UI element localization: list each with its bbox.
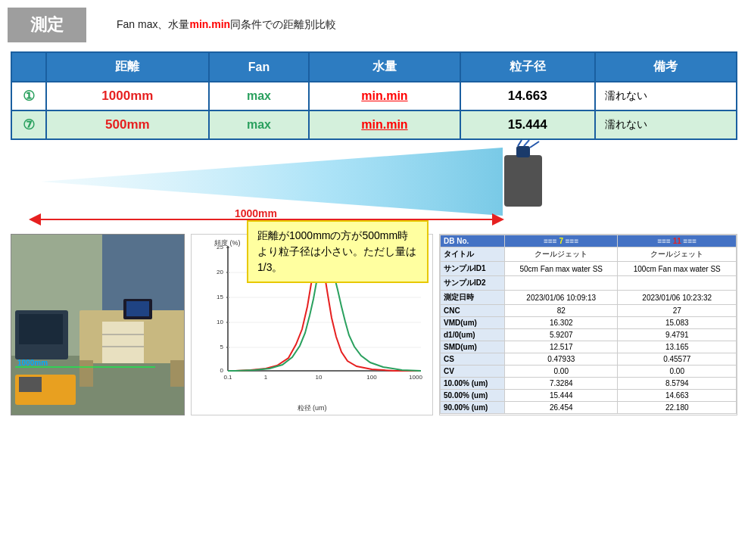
svg-rect-15: [19, 314, 63, 344]
svg-text:0: 0: [220, 367, 224, 374]
stats-label: サンプルID1: [441, 262, 505, 276]
svg-rect-24: [19, 377, 42, 392]
stats-data-row: CS 0.47933 0.45577: [441, 353, 737, 366]
stats-label: 90.00% (um): [441, 402, 505, 414]
stats-label: SMD(um): [441, 341, 505, 353]
stats-data-row: 10.00% (um) 7.3284 8.5794: [441, 378, 737, 390]
stats-box: DB No. ≡≡≡ 7 ≡≡≡ ≡≡≡ 11 ≡≡≡ タイトル クールジェット…: [439, 234, 737, 415]
row-fan: max: [209, 82, 309, 110]
stats-col-label: DB No.: [441, 235, 505, 247]
stats-data-row: サンプルID1 50cm Fan max water SS 100cm Fan …: [441, 262, 737, 276]
row-water: min.min: [309, 82, 460, 110]
svg-text:100: 100: [366, 374, 377, 381]
stats-v7: [504, 276, 617, 291]
main-table: 距離 Fan 水量 粒子径 備考 ① 1000mm max min.min 14…: [11, 51, 737, 140]
stats-v7: 26.454: [504, 402, 617, 414]
col-particle: 粒子径: [460, 52, 595, 82]
stats-col7-header: ≡≡≡ 7 ≡≡≡: [504, 235, 617, 247]
col-fan: Fan: [209, 52, 309, 82]
stats-label: 50.00% (um): [441, 390, 505, 402]
svg-line-5: [530, 142, 539, 148]
title-box: 測定: [8, 8, 86, 42]
svg-text:25: 25: [217, 246, 223, 250]
stats-v11: 14.663: [618, 390, 737, 402]
svg-text:10: 10: [316, 374, 323, 381]
svg-rect-20: [126, 301, 149, 316]
stats-v7: 12.517: [504, 341, 617, 353]
svg-text:1000mm: 1000mm: [17, 359, 48, 367]
stats-v7: 15.444: [504, 390, 617, 402]
row-remarks: 濡れない: [595, 110, 737, 139]
svg-text:5: 5: [220, 344, 224, 350]
stats-v11: 15.083: [618, 317, 737, 329]
col-remarks: 備考: [595, 52, 737, 82]
stats-label: サンプルID2: [441, 276, 505, 291]
stats-header-row: DB No. ≡≡≡ 7 ≡≡≡ ≡≡≡ 11 ≡≡≡: [441, 235, 737, 247]
comment-text: 距離が1000mmの方が500mm時より粒子径は小さい。ただし量は1/3。: [257, 229, 416, 273]
chart-x-label: 粒径 (um): [298, 403, 327, 413]
stats-data-row: SMD(um) 12.517 13.165: [441, 341, 737, 353]
stats-v11: 27: [618, 305, 737, 317]
svg-text:20: 20: [217, 269, 223, 275]
stats-table: DB No. ≡≡≡ 7 ≡≡≡ ≡≡≡ 11 ≡≡≡ タイトル クールジェット…: [440, 235, 737, 414]
photo-box: 1000mm: [11, 234, 185, 415]
stats-v7: 0.47933: [504, 353, 617, 366]
stats-label: 測定日時: [441, 291, 505, 305]
stats-data-row: CV 0.00 0.00: [441, 366, 737, 378]
svg-line-4: [524, 140, 529, 146]
svg-rect-1: [504, 155, 542, 207]
row-num: ⑦: [11, 110, 46, 139]
svg-rect-13: [170, 360, 184, 387]
stats-v7: 82: [504, 305, 617, 317]
stats-v7: 0.00: [504, 366, 617, 378]
stats-v7: 16.302: [504, 317, 617, 329]
beam-diagram: 1000mm: [11, 140, 748, 231]
stats-data-row: サンプルID2: [441, 276, 737, 291]
stats-v7: 5.9207: [504, 329, 617, 341]
stats-label: CV: [441, 366, 505, 378]
table-row: ⑦ 500mm max min.min 15.444 濡れない: [11, 110, 737, 139]
table-header-row: 距離 Fan 水量 粒子径 備考: [11, 52, 737, 82]
stats-v11: クールジェット: [618, 247, 737, 262]
stats-label: 10.00% (um): [441, 378, 505, 390]
svg-rect-2: [516, 146, 530, 157]
row-distance: 500mm: [46, 110, 209, 139]
svg-text:10: 10: [217, 319, 223, 325]
stats-label: CNC: [441, 305, 505, 317]
photo-svg: 1000mm: [11, 235, 185, 415]
col-water: 水量: [309, 52, 460, 82]
table-row: ① 1000mm max min.min 14.663 濡れない: [11, 82, 737, 110]
stats-v7: クールジェット: [504, 247, 617, 262]
svg-text:15: 15: [217, 294, 223, 300]
svg-line-3: [518, 140, 522, 146]
stats-label: d1/0(um): [441, 329, 505, 341]
stats-v11: 100cm Fan max water SS: [618, 262, 737, 276]
row-particle: 14.663: [460, 82, 595, 110]
stats-v7: 2023/01/06 10:09:13: [504, 291, 617, 305]
page-title: 測定: [30, 15, 64, 34]
stats-data-row: 測定日時 2023/01/06 10:09:13 2023/01/06 10:2…: [441, 291, 737, 305]
row-water: min.min: [309, 110, 460, 139]
stats-v11: 22.180: [618, 402, 737, 414]
stats-v11: [618, 276, 737, 291]
row-distance: 1000mm: [46, 82, 209, 110]
row-particle: 15.444: [460, 110, 595, 139]
svg-rect-16: [102, 322, 144, 363]
stats-v7: 7.3284: [504, 378, 617, 390]
stats-v11: 2023/01/06 10:23:32: [618, 291, 737, 305]
row-num: ①: [11, 82, 46, 110]
header: 測定 Fan max、水量min.min同条件での距離別比較: [0, 0, 748, 47]
stats-data-row: d1/0(um) 5.9207 9.4791: [441, 329, 737, 341]
subtitle: Fan max、水量min.min同条件での距離別比較: [117, 18, 336, 32]
stats-label: CS: [441, 353, 505, 366]
stats-col11-header: ≡≡≡ 11 ≡≡≡: [618, 235, 737, 247]
stats-data-row: 50.00% (um) 15.444 14.663: [441, 390, 737, 402]
subtitle-red: min.min: [189, 18, 230, 30]
col-distance: 距離: [46, 52, 209, 82]
stats-data-row: タイトル クールジェット クールジェット: [441, 247, 737, 262]
svg-text:1000: 1000: [409, 374, 422, 381]
col-num: [11, 52, 46, 82]
svg-rect-12: [79, 360, 93, 387]
stats-label: VMD(um): [441, 317, 505, 329]
svg-marker-0: [41, 148, 503, 216]
